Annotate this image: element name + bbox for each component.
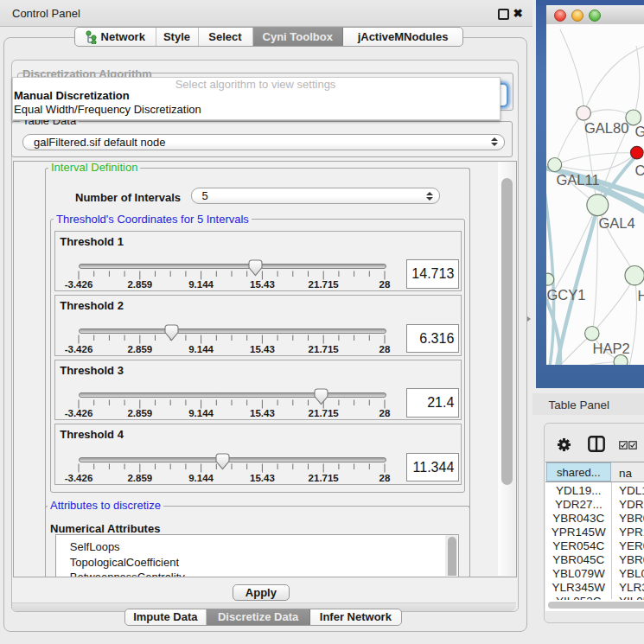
svg-text:GAL4: GAL4 — [598, 215, 634, 231]
svg-text:H: H — [637, 288, 644, 303]
svg-text:C: C — [634, 162, 644, 177]
svg-text:GCY1: GCY1 — [546, 286, 585, 302]
svg-text:GAL80: GAL80 — [584, 119, 628, 135]
svg-text:HAP2: HAP2 — [592, 340, 629, 355]
svg-text:GA: GA — [634, 124, 644, 139]
svg-text:GAL11: GAL11 — [556, 171, 599, 187]
